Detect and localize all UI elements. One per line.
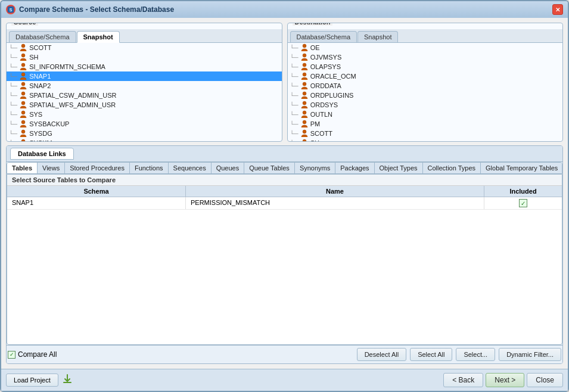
destination-tree-item[interactable]: └─ ORDSYS — [288, 100, 563, 110]
top-panels: Source Database/Schema Snapshot └─ — [6, 23, 563, 142]
destination-tree-item[interactable]: └─ SH — [288, 138, 563, 141]
svg-point-4 — [21, 63, 25, 67]
svg-point-26 — [303, 139, 306, 141]
tab-sequences[interactable]: Sequences — [169, 163, 212, 173]
included-checkbox[interactable]: ✓ — [519, 199, 527, 207]
tab-stored-procedures[interactable]: Stored Procedures — [65, 163, 130, 173]
cell-schema: SNAP1 — [7, 197, 186, 209]
destination-legend: Destination — [293, 23, 333, 26]
destination-tree-item[interactable]: └─ SCOTT — [288, 129, 563, 138]
user-icon — [300, 139, 309, 141]
load-project-button[interactable]: Load Project — [6, 374, 58, 387]
tab-object-types[interactable]: Object Types — [375, 163, 423, 173]
source-tabs: Database/Schema Snapshot — [7, 29, 282, 43]
tree-line: └─ — [9, 54, 17, 61]
tree-line: └─ — [9, 140, 17, 142]
navigation-buttons: < Back Next > Close — [443, 373, 563, 387]
col-header-included: Included — [484, 186, 562, 197]
source-tree-item[interactable]: └─ SNAP2 — [7, 81, 282, 91]
svg-point-3 — [21, 54, 25, 57]
source-tree-item[interactable]: └─ SYS — [7, 110, 282, 119]
deselect-all-button[interactable]: Deselect All — [357, 348, 406, 361]
user-icon — [300, 91, 309, 99]
source-tree-item[interactable]: └─ SI_INFORMTN_SCHEMA — [7, 62, 282, 71]
database-links-tab[interactable]: Database Links — [10, 148, 74, 160]
source-tree-item[interactable]: └─ SYSDG — [7, 129, 282, 138]
tree-item-label: ORDPLUGINS — [310, 92, 354, 99]
source-tree-item[interactable]: └─ SNAP1 — [7, 71, 282, 81]
destination-tab-snapshot[interactable]: Snapshot — [357, 31, 398, 42]
source-tree-item[interactable]: └─ SCOTT — [7, 43, 282, 52]
user-icon — [300, 82, 309, 90]
destination-tree-item[interactable]: └─ OE — [288, 43, 563, 52]
select-all-button[interactable]: Select All — [410, 348, 452, 361]
tree-line: └─ — [290, 64, 299, 70]
svg-point-16 — [303, 44, 306, 48]
destination-tree-item[interactable]: └─ ORDPLUGINS — [288, 91, 563, 100]
destination-tree-item[interactable]: └─ OLAPSYS — [288, 62, 563, 71]
tab-views[interactable]: Views — [38, 163, 65, 173]
destination-tree[interactable]: └─ OE└─ OJVMSYS└─ OLAPSYS└─ ORACLE_OCM└─ — [288, 43, 563, 141]
next-button[interactable]: Next > — [486, 373, 524, 387]
user-icon — [19, 63, 27, 71]
destination-tab-database-schema[interactable]: Database/Schema — [290, 31, 357, 42]
tree-item-label: SNAP1 — [29, 73, 51, 80]
user-icon — [19, 101, 27, 109]
select-source-box: Select Source Tables to Compare Schema N… — [7, 174, 562, 345]
tab-queue-tables[interactable]: Queue Tables — [244, 163, 295, 173]
tree-item-label: OE — [310, 44, 320, 51]
tree-item-label: SPATIAL_CSW_ADMIN_USR — [29, 92, 116, 99]
tab-collection-types[interactable]: Collection Types — [423, 163, 481, 173]
tree-line: └─ — [290, 130, 299, 137]
dynamic-filter-button[interactable]: Dynamic Filter... — [499, 348, 561, 361]
user-icon — [300, 120, 309, 128]
user-icon — [19, 129, 27, 138]
back-button[interactable]: < Back — [443, 373, 483, 387]
tree-item-label: SI_INFORMTN_SCHEMA — [29, 63, 105, 70]
source-tab-snapshot[interactable]: Snapshot — [77, 31, 120, 43]
compare-all-checkbox[interactable]: ✓ — [8, 351, 15, 359]
tree-item-label: OUTLN — [310, 111, 332, 118]
svg-point-12 — [21, 139, 25, 141]
destination-tabs: Database/Schema Snapshot — [288, 29, 563, 43]
svg-point-17 — [303, 54, 306, 57]
svg-point-23 — [303, 111, 306, 114]
tree-line: └─ — [290, 92, 299, 99]
main-content: Source Database/Schema Snapshot └─ — [1, 18, 568, 369]
tab-queues[interactable]: Queues — [212, 163, 245, 173]
svg-point-20 — [303, 82, 306, 86]
tab-functions[interactable]: Functions — [130, 163, 169, 173]
select-source-title: Select Source Tables to Compare — [7, 175, 562, 186]
close-button[interactable]: Close — [527, 373, 563, 387]
select-button[interactable]: Select... — [456, 348, 495, 361]
tab-synonyms[interactable]: Synonyms — [295, 163, 335, 173]
svg-point-11 — [21, 130, 25, 133]
source-tree-item[interactable]: └─ SPATIAL_CSW_ADMIN_USR — [7, 91, 282, 100]
tree-item-label: SYSKM — [29, 139, 52, 141]
download-icon[interactable] — [62, 374, 73, 387]
source-tree-item[interactable]: └─ SH — [7, 52, 282, 62]
source-tab-database-schema[interactable]: Database/Schema — [9, 31, 76, 42]
close-window-button[interactable]: ✕ — [552, 4, 563, 15]
tab-tables[interactable]: Tables — [7, 163, 38, 173]
tab-global-temporary-tables[interactable]: Global Temporary Tables — [481, 163, 562, 173]
source-tree-item[interactable]: └─ SPATIAL_WFS_ADMIN_USR — [7, 100, 282, 110]
source-tree-item[interactable]: └─ SYSKM — [7, 138, 282, 141]
tree-item-label: SCOTT — [29, 44, 51, 51]
destination-tree-item[interactable]: └─ OJVMSYS — [288, 52, 563, 62]
table-row[interactable]: SNAP1 PERMISSION_MISMATCH ✓ — [7, 197, 562, 210]
tree-line: └─ — [290, 121, 299, 127]
source-tree[interactable]: └─ SCOTT└─ SH└─ SI_INFORMTN_SCHEMA└─ SNA… — [7, 43, 282, 141]
destination-tree-item[interactable]: └─ ORDDATA — [288, 81, 563, 91]
user-icon — [300, 72, 309, 80]
table-header: Schema Name Included — [7, 186, 562, 197]
destination-tree-item[interactable]: └─ OUTLN — [288, 110, 563, 119]
window-title: Compare Schemas - Select Schema/Database — [19, 5, 549, 14]
footer-bar: Load Project < Back Next > Close — [1, 369, 568, 391]
tab-packages[interactable]: Packages — [335, 163, 374, 173]
source-tree-item[interactable]: └─ SYSBACKUP — [7, 119, 282, 129]
app-icon: S — [6, 5, 15, 14]
destination-tree-item[interactable]: └─ ORACLE_OCM — [288, 71, 563, 81]
svg-point-21 — [303, 92, 306, 95]
destination-tree-item[interactable]: └─ PM — [288, 119, 563, 129]
